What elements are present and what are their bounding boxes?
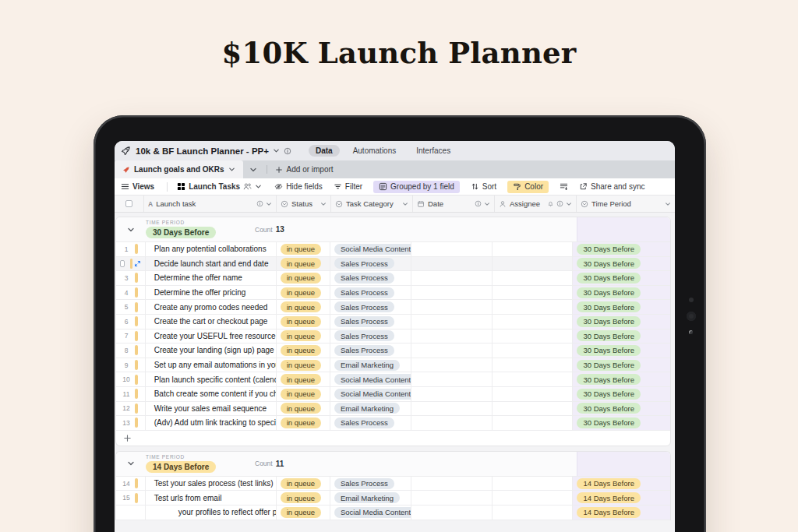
row-handle-cell[interactable]: 2 [116,257,146,271]
sort-button[interactable]: Sort [471,182,496,191]
assignee-cell[interactable] [493,300,574,314]
table-list-chevron[interactable] [243,160,263,178]
assignee-cell[interactable] [493,286,574,300]
date-cell[interactable] [411,271,493,285]
task-cell[interactable]: Set up any email automations in your CRM [146,358,277,372]
period-cell[interactable]: 30 Days Before [573,242,670,256]
column-date[interactable]: Date [413,196,495,212]
assignee-cell[interactable] [493,315,574,329]
tab-automations[interactable]: Automations [346,145,404,157]
group-value-pill[interactable]: 14 Days Before [146,461,216,473]
filter-button[interactable]: Filter [334,182,362,191]
category-cell[interactable]: Social Media Content [330,387,411,401]
date-cell[interactable] [411,300,493,314]
column-launch-task[interactable]: A Launch task [144,196,277,212]
period-cell[interactable]: 14 Days Before [573,506,670,520]
period-cell[interactable]: 30 Days Before [573,416,670,430]
chevron-down-icon[interactable] [402,201,408,207]
date-cell[interactable] [411,506,493,520]
column-time-period[interactable]: Time Period [577,196,675,212]
row-height-button[interactable] [560,182,568,191]
date-cell[interactable] [411,372,493,386]
date-cell[interactable] [411,477,493,491]
task-cell[interactable]: Test your sales process (test links) [146,477,277,491]
assignee-cell[interactable] [493,257,574,271]
period-cell[interactable]: 14 Days Before [573,491,670,505]
status-cell[interactable]: in queue [277,300,330,314]
category-cell[interactable]: Social Media Content [330,372,411,386]
task-cell[interactable]: Test urls from email [146,491,277,505]
category-cell[interactable]: Sales Process [330,286,411,300]
period-cell[interactable]: 30 Days Before [573,315,670,329]
info-icon[interactable] [284,147,291,155]
task-cell[interactable]: Create your landing (sign up) page [146,344,277,358]
row-handle-cell[interactable]: 9 [116,358,146,372]
date-cell[interactable] [411,402,493,416]
bell-icon[interactable] [547,200,554,207]
row-handle-cell[interactable]: 12 [116,402,146,416]
field-config-icon[interactable] [475,200,482,207]
task-cell[interactable]: Write your sales email sequence [146,402,277,416]
select-all-cell[interactable] [115,196,144,212]
task-cell[interactable]: Decide launch start and end date [146,257,277,271]
assignee-cell[interactable] [493,402,574,416]
status-cell[interactable]: in queue [277,358,330,372]
row-handle-cell[interactable]: 13 [116,416,146,430]
status-cell[interactable]: in queue [277,344,330,358]
group-collapse-button[interactable] [116,217,146,241]
period-cell[interactable]: 30 Days Before [573,372,670,386]
chevron-down-icon[interactable] [320,201,327,207]
table-row[interactable]: 10 Plan launch specific content (calenda… [116,372,670,387]
status-cell[interactable]: in queue [277,387,330,401]
category-cell[interactable]: Social Media Content [330,506,411,520]
category-cell[interactable]: Social Media Content [330,242,411,256]
category-cell[interactable]: Sales Process [330,477,411,491]
row-handle-cell[interactable]: 11 [116,387,146,401]
column-task-category[interactable]: Task Category [331,196,413,212]
table-row[interactable]: 15 Test urls from email in queue Email M… [116,491,670,506]
status-cell[interactable]: in queue [277,416,330,430]
status-cell[interactable]: in queue [277,329,330,344]
task-cell[interactable]: Plan launch specific content (calendar) [146,372,277,386]
period-cell[interactable]: 14 Days Before [573,477,670,491]
period-cell[interactable]: 30 Days Before [573,300,670,314]
row-handle-cell[interactable]: 14 [116,477,146,491]
status-cell[interactable]: in queue [277,315,330,329]
status-cell[interactable]: in queue [277,477,330,491]
task-cell[interactable]: Create the cart or checkout page [146,315,277,329]
table-row[interactable]: 11 Batch create some content if you choo… [116,387,670,402]
period-cell[interactable]: 30 Days Before [573,387,670,401]
expand-record-icon[interactable] [134,260,141,267]
task-cell[interactable]: (Adv) Add utm link tracking to specific … [146,416,277,430]
chevron-down-icon[interactable] [273,147,280,154]
field-config-icon[interactable] [256,200,263,207]
assignee-cell[interactable] [493,358,574,372]
status-cell[interactable]: in queue [277,402,330,416]
status-cell[interactable]: in queue [277,372,330,386]
chevron-down-icon[interactable] [484,201,490,207]
assignee-cell[interactable] [493,506,574,520]
status-cell[interactable]: in queue [277,242,330,256]
row-handle-cell[interactable]: 6 [116,315,146,329]
period-cell[interactable]: 30 Days Before [573,402,670,416]
table-row[interactable]: 16 your profiles to reflect offer promis… [116,506,670,520]
date-cell[interactable] [411,257,493,271]
task-cell[interactable]: Determine the offer pricing [146,286,277,300]
category-cell[interactable]: Sales Process [330,329,411,344]
grouped-button[interactable]: Grouped by 1 field [373,181,460,193]
date-cell[interactable] [411,416,493,430]
chevron-down-icon[interactable] [665,201,671,207]
table-row[interactable]: 14 Test your sales process (test links) … [116,477,670,491]
status-cell[interactable]: in queue [277,506,330,520]
row-checkbox[interactable] [120,260,125,267]
date-cell[interactable] [411,315,493,329]
date-cell[interactable] [411,491,493,505]
period-cell[interactable]: 30 Days Before [573,257,670,271]
task-cell[interactable]: Plan any potential collaborations [146,242,277,256]
category-cell[interactable]: Email Marketing [330,358,411,372]
add-row-button[interactable] [116,431,670,446]
assignee-cell[interactable] [493,242,574,256]
table-row[interactable]: 12 Write your sales email sequence in qu… [116,402,670,417]
period-cell[interactable]: 30 Days Before [573,271,670,285]
view-selector[interactable]: Launch Tasks [177,182,262,191]
